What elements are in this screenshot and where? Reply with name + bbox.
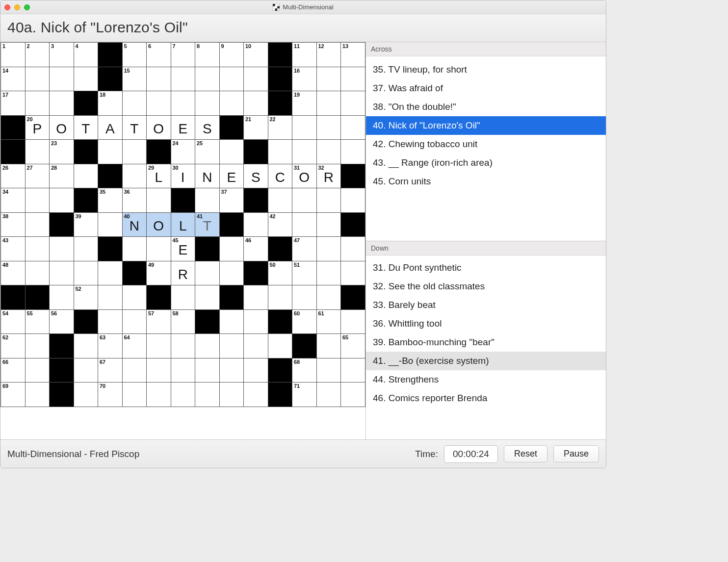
grid-cell[interactable]: 65 (341, 334, 365, 358)
grid-cell[interactable]: 40N (123, 213, 147, 237)
grid-cell[interactable] (26, 358, 50, 383)
grid-cell[interactable] (292, 285, 317, 310)
grid-cell[interactable]: 23 (50, 140, 74, 164)
grid-cell[interactable]: 22 (268, 116, 293, 140)
grid-cell[interactable]: O (50, 116, 74, 140)
grid-cell[interactable]: 26 (1, 164, 26, 189)
grid-cell[interactable]: 27 (26, 164, 50, 189)
grid-cell[interactable]: 29L (147, 164, 171, 189)
grid-cell[interactable]: 2 (26, 43, 50, 67)
grid-cell[interactable] (220, 67, 244, 92)
grid-cell[interactable] (292, 116, 317, 140)
clue-item[interactable]: 43. __ Range (iron-rich area) (366, 153, 606, 172)
grid-cell[interactable] (341, 140, 365, 164)
grid-cell[interactable] (147, 237, 171, 261)
grid-cell[interactable]: 60 (292, 310, 317, 334)
grid-cell[interactable] (244, 67, 268, 92)
grid-cell[interactable] (268, 188, 293, 213)
grid-cell[interactable] (123, 164, 147, 189)
clue-item[interactable]: 35. TV lineup, for short (366, 60, 606, 79)
clue-item[interactable]: 45. Corn units (366, 172, 606, 191)
grid-cell[interactable] (26, 213, 50, 237)
grid-cell[interactable]: S (195, 116, 220, 140)
grid-cell[interactable]: 48 (1, 261, 26, 286)
grid-cell[interactable] (171, 358, 196, 383)
grid-cell[interactable]: 37 (220, 188, 244, 213)
grid-cell[interactable] (292, 213, 317, 237)
grid-cell[interactable] (26, 334, 50, 358)
grid-cell[interactable]: 38 (1, 213, 26, 237)
grid-cell[interactable] (171, 285, 196, 310)
grid-cell[interactable]: 12 (317, 43, 341, 67)
grid-cell[interactable] (317, 285, 341, 310)
grid-cell[interactable] (195, 91, 220, 116)
clue-item[interactable]: 33. Barely beat (366, 296, 606, 314)
grid-cell[interactable] (98, 310, 123, 334)
grid-cell[interactable] (244, 358, 268, 383)
grid-cell[interactable]: 51 (292, 261, 317, 286)
grid-cell[interactable] (317, 213, 341, 237)
grid-cell[interactable]: O (147, 213, 171, 237)
grid-cell[interactable] (26, 188, 50, 213)
grid-cell[interactable] (244, 334, 268, 358)
grid-cell[interactable]: 17 (1, 91, 26, 116)
grid-cell[interactable] (220, 310, 244, 334)
grid-cell[interactable]: 32R (317, 164, 341, 189)
grid-cell[interactable] (341, 91, 365, 116)
close-icon[interactable] (4, 4, 10, 10)
grid-cell[interactable] (123, 285, 147, 310)
grid-cell[interactable] (341, 237, 365, 261)
grid-cell[interactable] (147, 334, 171, 358)
grid-cell[interactable]: E (171, 116, 196, 140)
grid-cell[interactable]: 31O (292, 164, 317, 189)
grid-cell[interactable]: 5 (123, 43, 147, 67)
grid-cell[interactable] (74, 261, 99, 286)
grid-cell[interactable] (341, 358, 365, 383)
grid-cell[interactable]: 52 (74, 285, 99, 310)
grid-cell[interactable] (123, 310, 147, 334)
grid-cell[interactable]: 58 (171, 310, 196, 334)
grid-cell[interactable]: 50 (268, 261, 293, 286)
grid-cell[interactable] (317, 140, 341, 164)
grid-cell[interactable] (171, 91, 196, 116)
grid-cell[interactable]: 43 (1, 237, 26, 261)
grid-cell[interactable] (26, 140, 50, 164)
grid-cell[interactable] (74, 164, 99, 189)
grid-cell[interactable] (98, 140, 123, 164)
grid-cell[interactable]: 11 (292, 43, 317, 67)
grid-cell[interactable]: R (171, 261, 196, 286)
grid-cell[interactable] (98, 213, 123, 237)
grid-cell[interactable] (98, 261, 123, 286)
grid-cell[interactable] (74, 237, 99, 261)
grid-cell[interactable]: 8 (195, 43, 220, 67)
grid-cell[interactable] (317, 116, 341, 140)
grid-cell[interactable] (195, 261, 220, 286)
grid-cell[interactable]: A (98, 116, 123, 140)
grid-cell[interactable]: 45E (171, 237, 196, 261)
grid-cell[interactable]: 28 (50, 164, 74, 189)
grid-cell[interactable]: 66 (1, 358, 26, 383)
grid-cell[interactable] (292, 188, 317, 213)
grid-cell[interactable] (341, 67, 365, 92)
clue-item[interactable]: 38. "On the double!" (366, 98, 606, 116)
clue-item[interactable] (366, 408, 606, 415)
pause-button[interactable]: Pause (553, 445, 599, 462)
grid-cell[interactable] (220, 140, 244, 164)
grid-cell[interactable]: N (195, 164, 220, 189)
grid-cell[interactable]: C (268, 164, 293, 189)
grid-cell[interactable]: 9 (220, 43, 244, 67)
grid-cell[interactable]: 55 (26, 310, 50, 334)
reset-button[interactable]: Reset (504, 445, 547, 462)
grid-cell[interactable] (341, 310, 365, 334)
grid-cell[interactable] (220, 261, 244, 286)
grid-cell[interactable] (195, 188, 220, 213)
down-list[interactable]: 31. Du Pont synthetic32. See the old cla… (366, 255, 606, 439)
grid-cell[interactable]: 24 (171, 140, 196, 164)
grid-cell[interactable]: 18 (98, 91, 123, 116)
grid-cell[interactable]: 41T (195, 213, 220, 237)
grid-cell[interactable] (123, 358, 147, 383)
grid-cell[interactable] (123, 140, 147, 164)
grid-cell[interactable]: 71 (292, 383, 317, 407)
grid-cell[interactable] (268, 140, 293, 164)
grid-cell[interactable] (171, 67, 196, 92)
